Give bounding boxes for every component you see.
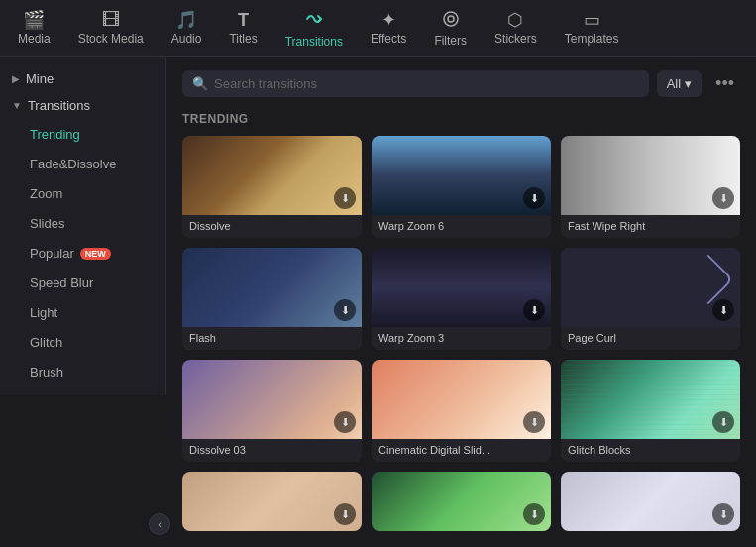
trending-section-label: TRENDING	[182, 112, 740, 126]
filters-icon	[442, 10, 460, 31]
sidebar-collapse-button[interactable]: ‹	[149, 513, 170, 535]
search-input-wrap[interactable]: 🔍	[182, 70, 649, 97]
sidebar-transitions-header[interactable]: ▼ Transitions	[0, 92, 165, 119]
more-options-button[interactable]: •••	[709, 69, 740, 98]
label-cinematic: Cinematic Digital Slid...	[372, 439, 551, 462]
download-fastwipe-btn[interactable]: ⬇	[712, 187, 734, 209]
thumb-book-left: ⬇	[561, 472, 740, 531]
sidebar-mine-header[interactable]: ▶ Mine	[0, 65, 165, 92]
card-fast-wipe-right[interactable]: ⬇ Fast Wipe Right	[561, 136, 740, 238]
nav-effects-label: Effects	[371, 32, 406, 46]
card-photo-fan[interactable]: ⬇	[372, 472, 551, 531]
sidebar-slides-label: Slides	[30, 216, 64, 231]
sidebar-fade-dissolve-label: Fade&Dissolve	[30, 157, 116, 171]
search-input[interactable]	[214, 76, 639, 91]
card-warp-zoom-3[interactable]: ⬇ Warp Zoom 3	[372, 248, 551, 350]
nav-audio-label: Audio	[171, 32, 202, 46]
download-b2-btn[interactable]: ⬇	[523, 503, 545, 525]
content-area: 🔍 All ▾ ••• TRENDING ⬇ Dissolve	[166, 57, 756, 547]
sidebar-item-trending[interactable]: Trending	[6, 120, 160, 149]
sidebar-glitch-label: Glitch	[30, 335, 62, 350]
svg-point-1	[448, 16, 454, 22]
download-warp3-btn[interactable]: ⬇	[523, 299, 545, 321]
nav-stickers[interactable]: ⬡ Stickers	[481, 5, 551, 52]
transitions-grid: ⬇ Dissolve ⬇ Warp Zoom 6 ⬇ Fast Wipe Rig…	[182, 136, 740, 531]
nav-stickers-label: Stickers	[494, 32, 537, 46]
label-dissolve-03: Dissolve 03	[182, 439, 362, 462]
sidebar-item-speed-blur[interactable]: Speed Blur	[6, 269, 160, 297]
sidebar-wrapper: ▶ Mine ▼ Transitions Trending Fade&Disso…	[0, 57, 166, 547]
label-glitch-blocks: Glitch Blocks	[561, 439, 740, 462]
transitions-arrow-icon: ▼	[12, 100, 22, 111]
download-b3-btn[interactable]: ⬇	[712, 503, 734, 525]
nav-media[interactable]: 🎬 Media	[4, 5, 64, 52]
download-dissolve-btn[interactable]: ⬇	[334, 187, 356, 209]
nav-titles-label: Titles	[229, 32, 257, 46]
download-warp6-btn[interactable]: ⬇	[523, 187, 545, 209]
sidebar-zoom-label: Zoom	[30, 186, 62, 201]
sidebar: ▶ Mine ▼ Transitions Trending Fade&Disso…	[0, 57, 166, 395]
nav-templates[interactable]: ▭ Templates	[551, 5, 633, 52]
card-warp-zoom-6[interactable]: ⬇ Warp Zoom 6	[372, 136, 551, 238]
filter-label: All	[667, 76, 681, 91]
thumb-book-right: ⬇	[182, 472, 362, 531]
card-page-curl[interactable]: ⬇ Page Curl	[561, 248, 740, 350]
download-b1-btn[interactable]: ⬇	[334, 503, 356, 525]
top-nav: 🎬 Media 🎞 Stock Media 🎵 Audio T Titles T…	[0, 0, 756, 57]
download-pagecurl-btn[interactable]: ⬇	[712, 299, 734, 321]
sidebar-mine-label: Mine	[26, 71, 54, 86]
nav-templates-label: Templates	[565, 32, 619, 46]
filter-all-button[interactable]: All ▾	[657, 70, 702, 97]
sidebar-light-label: Light	[30, 305, 57, 320]
nav-audio[interactable]: 🎵 Audio	[158, 5, 216, 52]
download-flash-btn[interactable]: ⬇	[334, 299, 356, 321]
nav-transitions[interactable]: Transitions	[271, 3, 357, 55]
nav-media-label: Media	[18, 32, 51, 46]
effects-icon: ✦	[381, 11, 396, 29]
nav-titles[interactable]: T Titles	[215, 5, 270, 52]
sidebar-speed-blur-label: Speed Blur	[30, 275, 93, 290]
titles-icon: T	[238, 11, 249, 29]
sidebar-item-slides[interactable]: Slides	[6, 209, 160, 238]
transitions-icon	[304, 9, 324, 32]
pagecurl-visual	[684, 255, 734, 305]
svg-point-0	[444, 12, 458, 26]
card-flash[interactable]: ⬇ Flash	[182, 248, 362, 350]
sidebar-item-glitch[interactable]: Glitch	[6, 328, 160, 357]
card-dissolve[interactable]: ⬇ Dissolve	[182, 136, 362, 238]
stock-media-icon: 🎞	[102, 11, 120, 29]
sidebar-item-light[interactable]: Light	[6, 298, 160, 327]
sidebar-brush-label: Brush	[30, 365, 63, 380]
filter-chevron-icon: ▾	[685, 76, 692, 91]
label-dissolve: Dissolve	[182, 215, 362, 238]
download-dissolve03-btn[interactable]: ⬇	[334, 411, 356, 433]
download-glitch-btn[interactable]: ⬇	[712, 411, 734, 433]
templates-icon: ▭	[584, 11, 600, 29]
nav-filters[interactable]: Filters	[420, 4, 481, 54]
card-cinematic[interactable]: ⬇ Cinematic Digital Slid...	[372, 360, 551, 462]
thumb-dissolve-03: ⬇	[182, 360, 362, 439]
search-icon: 🔍	[192, 76, 208, 91]
nav-stock-media[interactable]: 🎞 Stock Media	[64, 5, 158, 52]
sidebar-item-brush[interactable]: Brush	[6, 358, 160, 386]
card-glitch-blocks[interactable]: ⬇ Glitch Blocks	[561, 360, 740, 462]
sidebar-item-popular[interactable]: Popular NEW	[6, 239, 160, 268]
thumb-fast-wipe-right: ⬇	[561, 136, 740, 215]
nav-transitions-label: Transitions	[285, 35, 343, 49]
nav-effects[interactable]: ✦ Effects	[357, 5, 420, 52]
card-book-right[interactable]: ⬇	[182, 472, 362, 531]
thumb-flash: ⬇	[182, 248, 362, 327]
sidebar-item-zoom[interactable]: Zoom	[6, 179, 160, 208]
card-dissolve-03[interactable]: ⬇ Dissolve 03	[182, 360, 362, 462]
card-book-left[interactable]: ⬇	[561, 472, 740, 531]
sidebar-item-fade-dissolve[interactable]: Fade&Dissolve	[6, 150, 160, 178]
thumb-warp-zoom-3: ⬇	[372, 248, 551, 327]
thumb-page-curl: ⬇	[561, 248, 740, 327]
search-bar: 🔍 All ▾ •••	[182, 69, 740, 98]
sidebar-popular-label: Popular	[30, 246, 74, 261]
download-cinematic-btn[interactable]: ⬇	[523, 411, 545, 433]
sidebar-trending-label: Trending	[30, 127, 80, 142]
popular-new-badge: NEW	[80, 248, 111, 260]
thumb-cinematic: ⬇	[372, 360, 551, 439]
label-warp-zoom-6: Warp Zoom 6	[372, 215, 551, 238]
